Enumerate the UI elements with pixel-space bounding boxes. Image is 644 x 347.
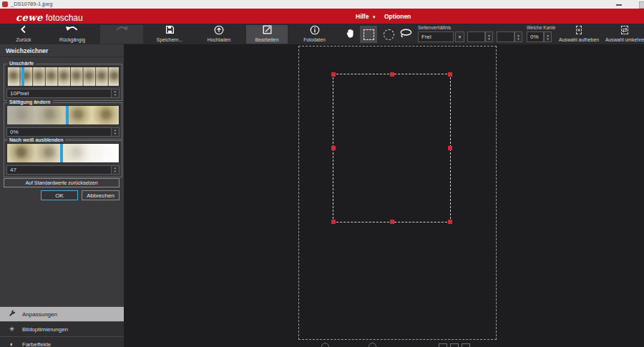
back-button[interactable]: Zurück [6,25,42,44]
deselect-icon: × [558,25,600,36]
selection-handle-w[interactable] [331,146,336,150]
saturation-group: Sättigung ändern 0% ▴▾ [4,102,122,140]
redo-button[interactable] [100,25,143,44]
deselect-button[interactable]: × Auswahl aufheben [558,25,600,44]
invert-selection-button[interactable]: ⇄ Auswahl umkehren [605,25,644,44]
soft-edge-input[interactable]: 0% [527,31,544,42]
app-logo: cewefotoschau [16,11,83,24]
toolbar: Zurück Rückgängig Speichern... Hochladen… [0,24,644,44]
minimize-icon [616,4,622,6]
zoom-out-icon[interactable] [321,343,329,347]
edit-button[interactable]: Bearbeiten [246,25,288,44]
window-control-partial[interactable] [639,1,644,9]
ellipse-select-icon [384,29,394,40]
selection-rectangle[interactable] [333,74,451,223]
blur-value-input[interactable]: 10Pixel [6,89,112,98]
fade-white-spinner[interactable]: ▴▾ [112,165,119,175]
selection-handle-nw[interactable] [331,72,336,77]
view-mode-icon[interactable] [462,343,470,347]
wrench-icon [8,310,16,318]
lasso-select-tool[interactable] [397,26,414,43]
invert-selection-icon: ⇄ [605,25,644,36]
rect-select-icon [364,29,374,40]
selection-handle-e[interactable] [448,146,452,150]
menu-options[interactable]: Optionen [384,13,411,20]
zoom-in-icon[interactable] [369,343,376,347]
aspect-height-input[interactable] [497,31,514,42]
app-icon [2,1,8,7]
saturation-label: Sättigung ändern [7,99,53,104]
logo-cewe: cewe [16,12,43,23]
hand-tool[interactable] [341,26,358,43]
fade-white-group: Nach weiß ausblenden 47 ▴▾ [4,140,122,177]
blur-slider-handle[interactable] [21,67,24,86]
accordion-item-bildoptimierungen[interactable]: ✳ Bildoptimierungen [0,321,124,336]
ellipse-select-tool[interactable] [380,26,397,43]
fade-white-label: Nach weiß ausblenden [7,137,65,142]
aspect-ratio-select[interactable]: Frei [418,31,454,42]
blur-label: Unschärfe [7,61,36,66]
blur-group: Unschärfe 10Pixel ▴▾ [4,64,122,101]
undo-button[interactable]: Rückgängig [50,25,94,44]
aspect-ratio-label: Seitenverhältnis [418,25,451,30]
accordion-item-anpassungen[interactable]: Anpassungen [0,306,124,321]
accordion-label: Farbeffekte [22,341,51,347]
saturation-spinner[interactable]: ▴▾ [112,127,119,137]
blur-preview-strip[interactable] [6,67,119,87]
hand-icon [346,28,355,41]
soft-edge-spinner[interactable]: ▴▾ [544,31,552,42]
upload-button[interactable]: Hochladen [197,25,240,44]
floppy-icon [149,25,190,36]
selection-handle-sw[interactable] [331,220,336,224]
reset-defaults-button[interactable]: Auf Standardwerte zurücksetzen [4,178,119,187]
logo-product: fotoschau [46,13,83,23]
divider [0,57,124,57]
minimize-button[interactable] [612,0,626,9]
menu-help[interactable]: Hilfe [356,13,369,20]
selection-handle-ne[interactable] [448,72,452,77]
aspect-dropdown-button[interactable]: ▾ [455,31,464,42]
aspect-width-input[interactable] [467,31,485,42]
menubar: cewefotoschau Hilfe ▾ Optionen [0,9,644,24]
fade-white-slider-handle[interactable] [60,144,63,162]
info-circle-icon [295,25,334,36]
selection-handle-se[interactable] [448,220,452,224]
edit-square-icon [246,25,288,36]
contrast-icon: ◐ [8,341,16,347]
selection-handle-s[interactable] [390,220,394,224]
cancel-button[interactable]: Abbrechen [82,190,119,200]
chevron-left-icon [6,25,42,36]
adjustments-sidebar: Weichzeichner Unschärfe 10Pixel ▴▾ Sätti… [0,44,124,347]
accordion-label: Bildoptimierungen [22,326,68,333]
editor-canvas[interactable] [124,44,644,347]
ok-button[interactable]: OK [41,190,78,200]
accordion-item-farbeffekte[interactable]: ◐ Farbeffekte [0,336,124,347]
soft-edge-label: Weiche Kante [527,25,555,30]
photodata-button[interactable]: Fotodaten [295,25,334,44]
chevron-down-icon[interactable]: ▾ [373,14,376,20]
fade-white-preview-strip[interactable] [6,143,119,163]
selection-handle-n[interactable] [390,72,394,77]
save-button[interactable]: Speichern... [149,25,190,44]
aspect-width-spinner[interactable]: ▴▾ [485,31,493,42]
redo-icon [100,25,143,36]
saturation-value-input[interactable]: 0% [6,127,112,137]
blur-spinner[interactable]: ▴▾ [112,89,119,98]
accordion-label: Anpassungen [22,311,57,318]
original-size-icon[interactable] [450,343,459,347]
saturation-preview-strip[interactable] [6,105,119,125]
fit-view-icon[interactable] [439,343,447,347]
rect-select-tool[interactable] [360,26,377,43]
sparkle-icon: ✳ [8,326,16,333]
undo-icon [50,25,94,36]
lasso-icon [399,28,412,41]
fade-white-value-input[interactable]: 47 [6,165,112,175]
panel-title: Weichzeichner [6,47,48,54]
upload-icon [197,25,240,36]
saturation-slider-handle[interactable] [66,106,69,124]
window-title: _DS10789-1.jpeg [11,1,52,7]
aspect-height-spinner[interactable]: ▴▾ [514,31,522,42]
